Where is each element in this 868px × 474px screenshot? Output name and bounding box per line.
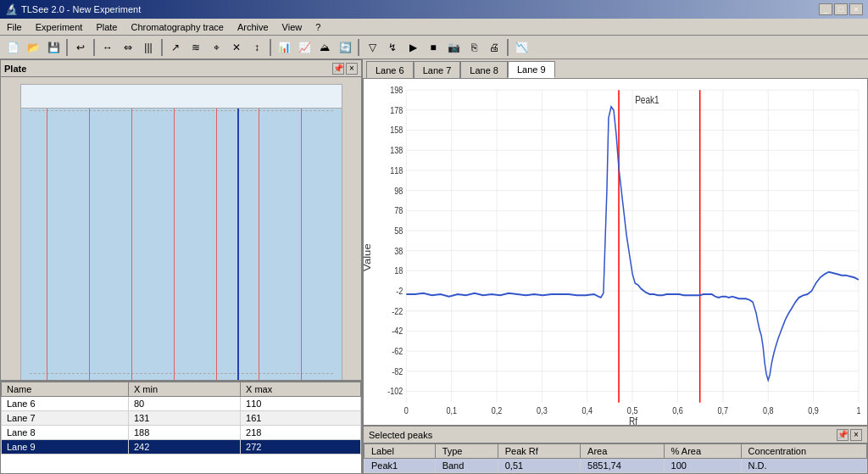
svg-text:Rf: Rf xyxy=(629,415,638,425)
menu-view[interactable]: View xyxy=(279,20,306,34)
tool3-button[interactable]: ||| xyxy=(139,38,158,57)
save-button[interactable]: 💾 xyxy=(44,38,63,57)
svg-text:-22: -22 xyxy=(392,304,403,315)
svg-text:0,8: 0,8 xyxy=(763,404,774,415)
plate-panel-controls[interactable]: 📌 × xyxy=(332,63,358,75)
lane-line-6 xyxy=(259,102,259,380)
menu-chromatography[interactable]: Chromatography trace xyxy=(127,20,226,34)
lane-table-row[interactable]: Lane 7 131 161 xyxy=(2,411,361,426)
peaks-col-rf: Peak Rf xyxy=(498,444,580,459)
new-button[interactable]: 📄 xyxy=(3,38,22,57)
svg-text:18: 18 xyxy=(394,265,403,276)
peaks-panel-controls[interactable]: 📌 × xyxy=(837,429,862,441)
plate-pin-button[interactable]: 📌 xyxy=(332,63,344,75)
print-button[interactable]: 🖨 xyxy=(485,38,504,57)
peak-area-cell: 5851,74 xyxy=(581,459,664,473)
tool6-button[interactable]: ⌖ xyxy=(207,38,225,57)
plate-image-area[interactable] xyxy=(0,76,362,381)
svg-text:78: 78 xyxy=(394,204,403,215)
col-header-name: Name xyxy=(2,382,129,397)
peak-conc-cell: N.D. xyxy=(741,459,866,473)
title-bar-left: 🔬 TLSee 2.0 - New Experiment xyxy=(5,3,141,15)
lane-xmax-cell: 110 xyxy=(241,397,361,411)
peak-rf-cell: 0,51 xyxy=(498,459,580,473)
svg-text:0,4: 0,4 xyxy=(581,404,593,415)
lane-name-cell: Lane 6 xyxy=(2,397,129,411)
plate-top-area xyxy=(21,85,342,109)
filter-button[interactable]: ▽ xyxy=(363,38,381,57)
title-bar: 🔬 TLSee 2.0 - New Experiment _ □ × xyxy=(0,0,868,19)
lane-table-row[interactable]: Lane 6 80 110 xyxy=(2,397,361,411)
menu-archive[interactable]: Archive xyxy=(234,20,272,34)
tool7-button[interactable]: ✕ xyxy=(227,38,246,57)
lane-table-row[interactable]: Lane 9 242 272 xyxy=(2,440,361,454)
peaks-pin-button[interactable]: 📌 xyxy=(837,429,849,441)
tool2-button[interactable]: ⇔ xyxy=(119,38,137,57)
main-layout: Plate 📌 × xyxy=(0,59,868,474)
chromatography-chart: 198 178 158 138 118 98 78 58 38 18 -2 -2… xyxy=(364,79,867,425)
separator-1 xyxy=(66,39,68,56)
toolbar: 📄 📂 💾 ↩ ↔ ⇔ ||| ↗ ≋ ⌖ ✕ ↕ 📊 📈 ⛰ 🔄 ▽ ↯ ▶ … xyxy=(0,36,868,59)
stop-button[interactable]: ■ xyxy=(424,38,442,57)
peaks-col-type: Type xyxy=(435,444,498,459)
menu-experiment[interactable]: Experiment xyxy=(32,20,86,34)
svg-text:-2: -2 xyxy=(396,285,403,296)
tab-lane6[interactable]: Lane 6 xyxy=(366,61,414,78)
menu-help[interactable]: ? xyxy=(312,20,324,34)
tab-lane8[interactable]: Lane 8 xyxy=(460,61,508,78)
peaks-panel-header: Selected peaks 📌 × xyxy=(364,427,867,443)
peak-pctarea-cell: 100 xyxy=(664,459,741,473)
svg-text:58: 58 xyxy=(394,225,403,236)
camera-button[interactable]: 📷 xyxy=(444,38,463,57)
lane-xmin-cell: 188 xyxy=(128,426,240,440)
lane-line-1 xyxy=(47,102,47,380)
lane-table-row[interactable]: Lane 8 188 218 xyxy=(2,426,361,440)
minimize-button[interactable]: _ xyxy=(819,3,832,15)
peaks-panel-title: Selected peaks xyxy=(369,430,432,440)
title-bar-controls[interactable]: _ □ × xyxy=(819,3,863,15)
peaks-close-button[interactable]: × xyxy=(850,429,862,441)
menu-file[interactable]: File xyxy=(3,20,25,34)
tool4-button[interactable]: ↗ xyxy=(166,38,185,57)
copy-button[interactable]: ⎘ xyxy=(465,38,483,57)
tab-lane7[interactable]: Lane 7 xyxy=(414,61,461,78)
tool1-button[interactable]: ↔ xyxy=(98,38,117,57)
export-button[interactable]: ↯ xyxy=(383,38,402,57)
chart2-button[interactable]: 📈 xyxy=(295,38,314,57)
lane-table: Name X min X max Lane 6 80 110 Lane 7 13… xyxy=(1,382,361,454)
tool5-button[interactable]: ≋ xyxy=(186,38,205,57)
col-header-xmax: X max xyxy=(241,382,361,397)
lane-name-cell: Lane 9 xyxy=(2,440,129,454)
chart3-button[interactable]: ⛰ xyxy=(315,38,334,57)
lane-tabs: Lane 6 Lane 7 Lane 8 Lane 9 xyxy=(363,59,868,78)
maximize-button[interactable]: □ xyxy=(834,3,848,15)
stats-button[interactable]: 📉 xyxy=(512,38,531,57)
svg-text:0,7: 0,7 xyxy=(718,404,729,415)
play-button[interactable]: ▶ xyxy=(403,38,422,57)
peaks-col-label: Label xyxy=(364,444,436,459)
svg-text:198: 198 xyxy=(390,84,403,95)
plate-close-button[interactable]: × xyxy=(346,63,358,75)
tab-lane9[interactable]: Lane 9 xyxy=(508,61,555,78)
menu-bar: File Experiment Plate Chromatography tra… xyxy=(0,19,868,36)
refresh-button[interactable]: 🔄 xyxy=(336,38,354,57)
svg-text:-62: -62 xyxy=(392,345,403,356)
lane-line-3 xyxy=(131,102,132,380)
open-button[interactable]: 📂 xyxy=(24,38,42,57)
tool8-button[interactable]: ↕ xyxy=(248,38,266,57)
separator-6 xyxy=(507,39,509,56)
col-header-xmin: X min xyxy=(128,382,240,397)
lane-line-7 xyxy=(301,102,302,380)
lane-xmax-cell: 272 xyxy=(241,440,361,454)
right-panel: Lane 6 Lane 7 Lane 8 Lane 9 xyxy=(363,59,868,474)
menu-plate[interactable]: Plate xyxy=(92,20,120,34)
svg-text:0,9: 0,9 xyxy=(808,404,819,415)
peak-table-row[interactable]: Peak1 Band 0,51 5851,74 100 N.D. xyxy=(364,459,867,473)
close-button[interactable]: × xyxy=(849,3,863,15)
separator-3 xyxy=(161,39,163,56)
undo-button[interactable]: ↩ xyxy=(71,38,90,57)
chart1-button[interactable]: 📊 xyxy=(275,38,293,57)
lane-xmax-cell: 218 xyxy=(241,426,361,440)
lane-xmin-cell: 242 xyxy=(128,440,240,454)
separator-2 xyxy=(93,39,95,56)
